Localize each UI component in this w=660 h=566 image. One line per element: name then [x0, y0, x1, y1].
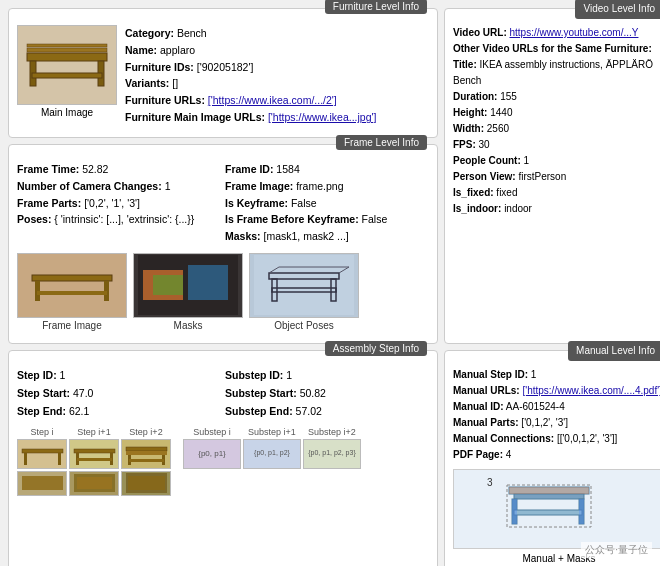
step-bottom-row	[17, 471, 171, 496]
ids-value: ['90205182']	[197, 61, 254, 73]
variants-value: []	[172, 77, 178, 89]
frame-image-value: frame.png	[296, 180, 343, 192]
manual-parts-value: ['0,1,2', '3']	[521, 417, 568, 428]
video-other-urls: Other Video URLs for the Same Furniture:	[453, 41, 660, 57]
furniture-image-wrap: Main Image	[17, 25, 117, 129]
furniture-name: Name: applaro	[125, 42, 429, 59]
substep-label-i: Substep i	[183, 427, 241, 437]
is-frame-before-value: False	[362, 213, 388, 225]
is-fixed-label: Is_fixed:	[453, 187, 494, 198]
svg-rect-10	[37, 291, 107, 295]
bench-svg	[22, 38, 112, 93]
svg-rect-7	[32, 275, 112, 281]
fps-label: FPS:	[453, 139, 476, 150]
people-value: 1	[524, 155, 530, 166]
svg-rect-25	[58, 453, 61, 465]
furniture-category: Category: Bench	[125, 25, 429, 42]
name-label: Name:	[125, 44, 157, 56]
substep-images-group: Substep i Substep i+1 Substep i+2 {p0, p…	[183, 427, 361, 496]
assembly-top-info: Step ID: 1 Step Start: 47.0 Step End: 62…	[17, 367, 429, 421]
fps-value: 30	[479, 139, 490, 150]
frame-image-thumb	[17, 253, 127, 318]
svg-rect-29	[77, 458, 112, 461]
assembly-panel: Assembly Step Info Step ID: 1 Step Start…	[8, 350, 438, 566]
frame-id-row: Frame ID: 1584	[225, 161, 429, 178]
substep-img-i1: {p0, p1, p2}	[243, 439, 301, 469]
furniture-variants: Variants: []	[125, 75, 429, 92]
assembly-panel-title: Assembly Step Info	[325, 341, 427, 356]
camera-changes-value: 1	[165, 180, 171, 192]
video-url-row: Video URL: https://www.youtube.com/...Y	[453, 25, 660, 41]
substep-id-value: 1	[286, 369, 292, 381]
manual-id-row: Manual ID: AA-601524-4	[453, 399, 660, 415]
manual-parts-label: Manual Parts:	[453, 417, 519, 428]
video-person-view: Person View: firstPerson	[453, 169, 660, 185]
masks-label: Masks:	[225, 230, 261, 242]
svg-rect-31	[126, 451, 167, 455]
duration-label: Duration:	[453, 91, 497, 102]
assembly-left-col: Step ID: 1 Step Start: 47.0 Step End: 62…	[17, 367, 221, 421]
video-url-value[interactable]: https://www.youtube.com/...Y	[510, 27, 639, 38]
manual-image-thumb: 3	[453, 469, 660, 549]
step-end-row: Step End: 62.1	[17, 403, 221, 421]
other-urls-label: Other Video URLs for the Same Furniture:	[453, 43, 652, 54]
step-end-label: Step End:	[17, 405, 66, 417]
step-label-i1: Step i+1	[69, 427, 119, 437]
furniture-main-image	[17, 25, 117, 105]
is-keyframe-value: False	[291, 197, 317, 209]
poses-image-box: Object Poses	[249, 253, 359, 331]
step-start-value: 47.0	[73, 387, 93, 399]
manual-urls-value[interactable]: ['https://www.ikea.com/....4.pdf']	[522, 385, 660, 396]
video-height: Height: 1440	[453, 105, 660, 121]
poses-row: Poses: { 'intrinsic': [...], 'extrinsic'…	[17, 211, 221, 228]
substep-id-row: Substep ID: 1	[225, 367, 429, 385]
video-fps: FPS: 30	[453, 137, 660, 153]
substep-img-i2: {p0, p1, p2, p3}	[303, 439, 361, 469]
manual-image-svg: 3	[479, 472, 639, 547]
video-duration: Duration: 155	[453, 89, 660, 105]
svg-rect-34	[129, 459, 164, 462]
masks-image-thumb	[133, 253, 243, 318]
masks-value: [mask1, mask2 ...]	[264, 230, 349, 242]
frame-time-label: Frame Time:	[17, 163, 79, 175]
urls-label: Furniture URLs:	[125, 94, 205, 106]
manual-connections-label: Manual Connections:	[453, 433, 554, 444]
svg-rect-47	[509, 487, 589, 494]
manual-step-id-value: 1	[531, 369, 537, 380]
video-width: Width: 2560	[453, 121, 660, 137]
substep-label-i1: Substep i+1	[243, 427, 301, 437]
svg-rect-5	[27, 44, 107, 47]
urls-value[interactable]: ['https://www.ikea.com/.../2']	[208, 94, 337, 106]
manual-pdf-page-row: PDF Page: 4	[453, 447, 660, 463]
masks-svg	[138, 255, 238, 315]
step-img-i1-top	[69, 439, 119, 469]
step-start-label: Step Start:	[17, 387, 70, 399]
frame-panel-title: Frame Level Info	[336, 135, 427, 150]
title-label: Title:	[453, 59, 477, 70]
is-frame-before-label: Is Frame Before Keyframe:	[225, 213, 359, 225]
step-img-i1-bot	[69, 471, 119, 496]
step-id-row: Step ID: 1	[17, 367, 221, 385]
camera-changes-row: Number of Camera Changes: 1	[17, 178, 221, 195]
frame-img1-label: Frame Image	[42, 320, 101, 331]
masks-image-box: Masks	[133, 253, 243, 331]
frame-id-value: 1584	[276, 163, 299, 175]
video-people: People Count: 1	[453, 153, 660, 169]
manual-id-value: AA-601524-4	[506, 401, 565, 412]
frame-image-label: Frame Image:	[225, 180, 293, 192]
frame-panel: Frame Level Info Frame Time: 52.82 Numbe…	[8, 144, 438, 344]
step-id-value: 1	[60, 369, 66, 381]
manual-parts-row: Manual Parts: ['0,1,2', '3']	[453, 415, 660, 431]
video-url-label: Video URL:	[453, 27, 507, 38]
svg-rect-37	[77, 477, 112, 489]
is-keyframe-row: Is Keyframe: False	[225, 195, 429, 212]
furniture-panel: Furniture Level Info Main Image	[8, 8, 438, 138]
svg-rect-14	[153, 275, 183, 295]
svg-rect-13	[188, 265, 228, 300]
step-id-label: Step ID:	[17, 369, 57, 381]
video-title: Title: IKEA assembly instructions, ÄPPLÄ…	[453, 57, 660, 89]
video-is-indoor: Is_indoor: indoor	[453, 201, 660, 217]
manual-urls-row: Manual URLs: ['https://www.ikea.com/....…	[453, 383, 660, 399]
frame-image-row: Frame Image: frame.png	[225, 178, 429, 195]
main-img-urls-value[interactable]: ['https://www.ikea...jpg']	[268, 111, 376, 123]
